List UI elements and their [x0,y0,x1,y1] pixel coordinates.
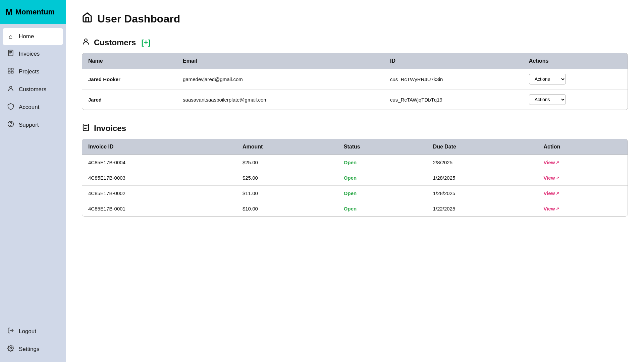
projects-icon [7,67,15,76]
invoices-table: Invoice ID Amount Status Due Date Action… [82,139,628,216]
sidebar-item-label-customers: Customers [19,86,46,93]
invoices-title-text: Invoices [94,124,126,133]
invoice-id-cell: 4C85E17B-0004 [82,155,236,170]
svg-rect-4 [8,68,10,70]
customers-table-header-row: Name Email ID Actions [82,53,628,69]
col-header-email: Email [177,53,384,69]
sidebar-item-customers[interactable]: Customers [0,80,66,98]
sidebar-item-projects[interactable]: Projects [0,63,66,80]
customer-actions-select[interactable]: Actions Edit Delete [529,94,566,105]
sidebar-item-invoices[interactable]: Invoices [0,45,66,63]
external-link-icon: ↗ [556,176,559,180]
col-header-actions: Actions [523,53,628,69]
customer-actions-cell: Actions Edit Delete [523,69,628,89]
col-header-amount: Amount [236,139,338,155]
invoice-amount-cell: $25.00 [236,155,338,170]
invoice-id-cell: 4C85E17B-0001 [82,201,236,217]
invoice-view-link[interactable]: View↗ [543,160,622,165]
customers-section: Customers [+] Name Email ID Actions Jare… [82,38,628,110]
customers-icon [7,85,15,94]
customer-row: Jared saasavantsaasboilerplate@gmail.com… [82,89,628,110]
invoice-due-date-cell: 1/28/2025 [427,186,538,201]
customers-table: Name Email ID Actions Jared Hooker gamed… [82,53,628,110]
invoice-action-cell: View↗ [537,201,628,217]
invoice-amount-cell: $10.00 [236,201,338,217]
col-header-invoice-id: Invoice ID [82,139,236,155]
invoice-action-cell: View↗ [537,186,628,201]
account-icon [7,103,15,111]
customer-email-cell: saasavantsaasboilerplate@gmail.com [177,89,384,110]
svg-rect-6 [11,71,13,73]
invoices-section-icon [82,123,90,133]
svg-point-12 [10,348,12,349]
customer-id-cell: cus_RcTAWjqTDbTq19 [384,89,523,110]
svg-point-8 [10,86,12,88]
invoice-status-cell: Open [338,201,427,217]
invoice-view-link[interactable]: View↗ [543,190,622,196]
customer-email-cell: gamedevjared@gmail.com [177,69,384,89]
external-link-icon: ↗ [556,191,559,196]
invoice-action-cell: View↗ [537,155,628,170]
customer-id-cell: cus_RcTWyRR4U7k3in [384,69,523,89]
sidebar-item-label-settings: Settings [19,346,39,353]
sidebar-item-label-account: Account [19,104,39,111]
sidebar-item-support[interactable]: Support [0,116,66,134]
invoice-due-date-cell: 2/8/2025 [427,155,538,170]
sidebar-item-settings[interactable]: Settings [0,340,66,358]
invoice-status-cell: Open [338,170,427,186]
invoice-status-cell: Open [338,155,427,170]
invoice-row: 4C85E17B-0004 $25.00 Open 2/8/2025 View↗ [82,155,628,170]
sidebar-item-label-projects: Projects [19,68,39,75]
invoices-section: Invoices Invoice ID Amount Status Due Da… [82,123,628,217]
home-icon: ⌂ [7,33,15,40]
logo-icon: M [5,7,13,17]
sidebar-item-label-invoices: Invoices [19,51,40,57]
col-header-action: Action [537,139,628,155]
invoice-id-cell: 4C85E17B-0003 [82,170,236,186]
invoice-due-date-cell: 1/22/2025 [427,201,538,217]
add-customer-button[interactable]: [+] [141,38,151,47]
main-content: User Dashboard Customers [+] Name Email … [66,0,644,362]
page-title: User Dashboard [82,12,628,25]
invoice-view-link[interactable]: View↗ [543,206,622,212]
invoices-icon [7,50,15,58]
invoice-view-link[interactable]: View↗ [543,175,622,181]
sidebar-item-home[interactable]: ⌂ Home [3,28,63,45]
invoice-row: 4C85E17B-0002 $11.00 Open 1/28/2025 View… [82,186,628,201]
sidebar-logo: M Momentum [0,0,66,24]
dashboard-title-text: User Dashboard [97,13,180,25]
customers-section-title: Customers [+] [82,38,628,48]
customer-actions-cell: Actions Edit Delete [523,89,628,110]
invoice-action-cell: View↗ [537,170,628,186]
customer-actions-select[interactable]: Actions Edit Delete [529,74,566,84]
customer-name-cell: Jared [82,89,177,110]
external-link-icon: ↗ [556,160,559,165]
support-icon [7,121,15,129]
svg-rect-5 [11,68,13,70]
customers-title-text: Customers [94,38,136,47]
invoice-due-date-cell: 1/28/2025 [427,170,538,186]
customer-row: Jared Hooker gamedevjared@gmail.com cus_… [82,69,628,89]
settings-icon [7,345,15,353]
invoice-amount-cell: $25.00 [236,170,338,186]
external-link-icon: ↗ [556,206,559,211]
invoice-row: 4C85E17B-0001 $10.00 Open 1/22/2025 View… [82,201,628,217]
col-header-name: Name [82,53,177,69]
sidebar-item-label-logout: Logout [19,328,36,335]
sidebar-item-account[interactable]: Account [0,98,66,116]
invoice-row: 4C85E17B-0003 $25.00 Open 1/28/2025 View… [82,170,628,186]
logo-text: Momentum [15,8,55,16]
invoices-table-header-row: Invoice ID Amount Status Due Date Action [82,139,628,155]
invoice-status-cell: Open [338,186,427,201]
col-header-id: ID [384,53,523,69]
customers-section-icon [82,38,90,48]
svg-point-13 [85,39,87,42]
sidebar-item-logout[interactable]: Logout [0,322,66,340]
col-header-due-date: Due Date [427,139,538,155]
svg-rect-7 [8,71,10,73]
customer-name-cell: Jared Hooker [82,69,177,89]
sidebar-item-label-home: Home [19,33,34,40]
sidebar-item-label-support: Support [19,122,39,128]
customers-table-container: Name Email ID Actions Jared Hooker gamed… [82,53,628,110]
sidebar-nav: ⌂ Home Invoices Projects Customers [0,24,66,362]
